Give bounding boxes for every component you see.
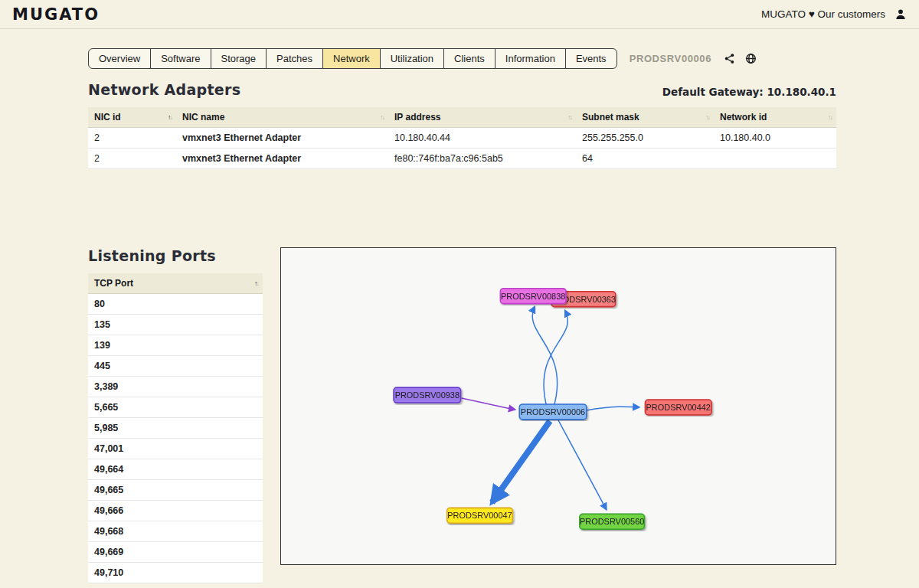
column-header-tcp-port[interactable]: TCP Port↑↓ (88, 273, 263, 294)
person-icon (894, 8, 907, 21)
port-row: 49,669 (88, 542, 263, 563)
graph-node-label: PRODSRV00006 (521, 407, 585, 416)
graph-node-prodsrv00006[interactable]: PRODSRV00006 (519, 404, 587, 420)
tab-bar: OverviewSoftwareStoragePatchesNetworkUti… (88, 48, 617, 69)
tab-storage[interactable]: Storage (211, 49, 267, 68)
column-label: NIC name (182, 112, 224, 122)
port-value: 3,389 (88, 377, 263, 397)
port-row: 49,665 (88, 480, 263, 501)
sort-icon: ↑↓ (254, 279, 258, 287)
graph-node-prodsrv00938[interactable]: PRODSRV00938 (394, 387, 461, 403)
adapter-cell: fe80::746f:ba7a:c96:5ab5 (388, 149, 576, 169)
port-row: 47,001 (88, 439, 263, 459)
port-value: 445 (88, 356, 263, 377)
app-logo: MUGATO (12, 5, 100, 24)
graph-node-label: PRODSRV00838 (501, 292, 565, 301)
adapter-cell: 10.180.40.44 (388, 128, 576, 149)
adapters-header-row: NIC id↑↓NIC name↑↓IP address↑↓Subnet mas… (88, 107, 836, 128)
graph-edge-prodsrv00006-to-prodsrv00363 (544, 311, 567, 404)
server-label: PRODSRV00006 (630, 53, 711, 64)
port-value: 49,669 (88, 542, 263, 563)
globe-glyph-icon (745, 53, 757, 64)
tab-events[interactable]: Events (566, 49, 616, 68)
adapter-cell: vmxnet3 Ethernet Adapter (176, 128, 388, 149)
graph-edge-prodsrv00006-to-prodsrv00838 (532, 307, 557, 404)
adapter-cell: 2 (88, 149, 176, 169)
sort-icon: ↑↓ (705, 113, 709, 121)
column-header-network-id[interactable]: Network id↑↓ (714, 107, 836, 128)
graph-node-label: PRODSRV00442 (646, 403, 711, 412)
port-value: 49,710 (88, 563, 263, 583)
port-row: 445 (88, 356, 263, 377)
adapter-cell: 255.255.255.0 (576, 128, 714, 149)
port-row: 5,665 (88, 397, 263, 418)
adapter-cell: 2 (88, 128, 176, 149)
port-value: 49,665 (88, 480, 263, 501)
column-label: NIC id (94, 112, 121, 122)
graph-node-prodsrv00838[interactable]: PRODSRV00838 (500, 289, 566, 304)
graph-node-prodsrv00560[interactable]: PRODSRV00560 (580, 514, 645, 529)
port-value: 47,001 (88, 439, 263, 459)
graph-edge-prodsrv00006-to-prodsrv00442 (587, 407, 639, 410)
adapters-table: NIC id↑↓NIC name↑↓IP address↑↓Subnet mas… (88, 107, 836, 169)
adapter-cell: vmxnet3 Ethernet Adapter (176, 149, 388, 169)
default-gateway: Default Gateway: 10.180.40.1 (662, 86, 836, 98)
graph-node-label: PRODSRV00047 (447, 511, 512, 520)
adapter-cell (714, 149, 836, 169)
globe-icon[interactable] (745, 53, 757, 64)
sort-icon: ↑↓ (168, 113, 172, 121)
top-bar: MUGATO MUGATO ♥ Our customers (0, 0, 919, 29)
column-label: Subnet mask (582, 112, 639, 122)
port-row: 135 (88, 315, 263, 335)
tabs-row: OverviewSoftwareStoragePatchesNetworkUti… (88, 48, 836, 69)
user-account-icon[interactable] (894, 8, 907, 21)
port-value: 5,985 (88, 418, 263, 439)
tab-information[interactable]: Information (495, 49, 566, 68)
port-row: 49,710 (88, 563, 263, 583)
port-row: 49,666 (88, 501, 263, 521)
graph-edge-prodsrv00006-to-prodsrv00047 (492, 421, 550, 502)
port-value: 49,666 (88, 501, 263, 521)
ports-header-row: TCP Port↑↓ (88, 273, 263, 294)
port-row: 5,985 (88, 418, 263, 439)
graph-node-label: PRODSRV00938 (395, 390, 460, 400)
port-value: 5,665 (88, 397, 263, 418)
port-row: 3,389 (88, 377, 263, 397)
column-label: Network id (720, 112, 767, 122)
column-header-nic-name[interactable]: NIC name↑↓ (176, 107, 388, 128)
adapter-cell: 10.180.40.0 (714, 128, 836, 149)
customers-text: MUGATO ♥ Our customers (761, 8, 885, 20)
topology-svg: PRODSRV00363PRODSRV00838PRODSRV00938PROD… (281, 248, 836, 564)
port-row: 49,664 (88, 459, 263, 480)
graph-node-prodsrv00442[interactable]: PRODSRV00442 (645, 400, 711, 415)
adapter-row: 2vmxnet3 Ethernet Adapterfe80::746f:ba7a… (88, 149, 836, 169)
network-topology-graph: PRODSRV00363PRODSRV00838PRODSRV00938PROD… (280, 247, 836, 565)
column-header-nic-id[interactable]: NIC id↑↓ (88, 107, 176, 128)
graph-node-label: PRODSRV00560 (580, 517, 644, 526)
port-value: 49,664 (88, 459, 263, 480)
port-value: 135 (88, 315, 263, 335)
sort-icon: ↑↓ (380, 113, 384, 121)
tab-utilization[interactable]: Utilization (381, 49, 444, 68)
sort-icon: ↑↓ (567, 113, 571, 121)
column-label: IP address (394, 112, 440, 122)
port-value: 139 (88, 335, 263, 356)
topology-icon[interactable] (724, 53, 735, 64)
port-row: 139 (88, 335, 263, 356)
column-label: TCP Port (94, 278, 133, 289)
port-value: 49,668 (88, 521, 263, 542)
adapter-row: 2vmxnet3 Ethernet Adapter10.180.40.44255… (88, 128, 836, 149)
tab-clients[interactable]: Clients (444, 49, 495, 68)
column-header-subnet-mask[interactable]: Subnet mask↑↓ (576, 107, 714, 128)
tab-overview[interactable]: Overview (89, 49, 151, 68)
ports-table: TCP Port↑↓ 801351394453,3895,6655,98547,… (88, 273, 263, 583)
adapter-cell: 64 (576, 149, 714, 169)
tab-patches[interactable]: Patches (267, 49, 323, 68)
tab-network[interactable]: Network (323, 49, 381, 68)
graph-node-prodsrv00047[interactable]: PRODSRV00047 (447, 508, 513, 523)
graph-edge-prodsrv00006-to-prodsrv00560 (558, 420, 607, 509)
port-value: 80 (88, 294, 263, 315)
tab-software[interactable]: Software (151, 49, 211, 68)
adapters-title: Network Adapters (88, 81, 240, 98)
column-header-ip-address[interactable]: IP address↑↓ (388, 107, 576, 128)
